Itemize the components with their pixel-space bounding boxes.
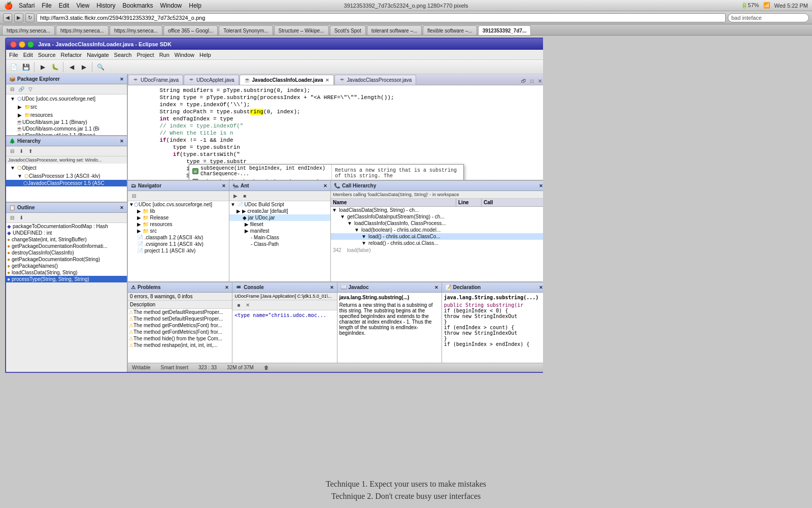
console-stop[interactable]: ■ [234, 301, 243, 309]
forward-button[interactable]: ▶ [14, 13, 23, 22]
menu-file[interactable]: File [42, 2, 51, 9]
outline-item-2[interactable]: ◆UNDEFINED : int [6, 230, 127, 236]
ant-item-jar[interactable]: ◆ jar UDoc.jar [229, 214, 330, 221]
back-button[interactable]: ◀ [3, 13, 12, 22]
nav-item-project[interactable]: 📄 project 1.1 (ASCII -klv) [128, 247, 229, 254]
hierarchy-close[interactable]: ✕ [120, 139, 124, 144]
tb-back[interactable]: ◀ [66, 61, 77, 73]
menu-run[interactable]: Run [159, 52, 170, 58]
tab-3[interactable]: https://my.seneca... [110, 25, 162, 35]
prob-item-4[interactable]: ⚠ The method getFontMetrics(Font) fror..… [128, 329, 232, 335]
outline-item-4[interactable]: ●getPackageDocumentationRootInformati... [6, 243, 127, 249]
ch-item-2[interactable]: ▼ getClassInfoDataInputStream(String) - … [331, 213, 546, 220]
tb-search[interactable]: 🔍 [95, 61, 106, 73]
menu-bookmarks[interactable]: Bookmarks [123, 2, 153, 9]
tab-6[interactable]: Structure – Wikipe... [274, 25, 329, 35]
search-bar[interactable]: bad inteface [728, 13, 809, 22]
reload-button[interactable]: ↻ [25, 13, 35, 22]
tab-2[interactable]: https://my.seneca... [56, 25, 109, 35]
tb-debug[interactable]: 🐛 [49, 61, 60, 73]
hier-btn3[interactable]: ⬆ [26, 147, 35, 155]
menu-refactor[interactable]: Refactor [61, 52, 82, 58]
menu-edit[interactable]: Edit [59, 2, 70, 9]
ant-item-createjar[interactable]: ▶ ▶ createJar [default] [229, 208, 330, 214]
menu-source[interactable]: Source [38, 52, 56, 58]
ch-item-5[interactable]: ▼ load() - chriis.udoc.ui.ClassCo... [331, 233, 546, 240]
menu-view[interactable]: View [76, 2, 89, 9]
minimize-button[interactable] [19, 41, 25, 48]
ant-stop[interactable]: ■ [241, 192, 249, 200]
hier-btn2[interactable]: ⬇ [17, 147, 25, 155]
menu-help[interactable]: Help [199, 52, 211, 58]
tree-item-udoc[interactable]: ▼ ⬡ UDoc [udoc.cvs.sourceforge.net] [6, 94, 127, 103]
nav-item-cvsignore[interactable]: 📄 .cvsignore 1.1 (ASCII -klv) [128, 241, 229, 247]
nav-expand[interactable]: ▼ [129, 202, 134, 207]
tab-4[interactable]: office 365 – Googl... [163, 25, 218, 35]
ch-item-4[interactable]: ▼ load(boolean) - chriis.udoc.model... [331, 227, 546, 233]
apple-menu[interactable]: 🍎 [4, 2, 13, 10]
ch-expand-1[interactable]: ▼ [332, 207, 339, 213]
hier-object[interactable]: ▼ ⬡ Object [6, 164, 127, 172]
res-expand[interactable]: ▶ [16, 111, 23, 118]
tree-item-src[interactable]: ▶ 📁 src [6, 103, 127, 111]
menu-search[interactable]: Search [114, 52, 132, 58]
ch-expand-6[interactable]: ▼ [361, 240, 368, 246]
problems-close[interactable]: ✕ [225, 285, 229, 290]
close-button[interactable] [10, 41, 17, 48]
prob-item-6[interactable]: ⚠ The method reshape(int, int, int, int,… [128, 342, 232, 348]
ant-item-fileset[interactable]: ▶ fileset [229, 221, 330, 228]
tab-udocapplet[interactable]: ☕ UDocApplet.java [184, 75, 239, 85]
ac-item-1[interactable]: m subSequence(int beginIndex, int endInd… [189, 165, 331, 178]
maximize-button[interactable] [27, 41, 34, 48]
tab-9[interactable]: flexible software –... [423, 25, 477, 35]
package-explorer-close[interactable]: ✕ [120, 77, 124, 82]
ant-item-mainclass[interactable]: - Main-Class [229, 234, 330, 241]
nav-item-release[interactable]: ▶ 📁 Release [128, 214, 229, 221]
pe-collapse[interactable]: ⊟ [8, 85, 16, 93]
ac-item-2[interactable]: m substring(int beginIndex) String - Str… [189, 178, 331, 180]
menu-safari[interactable]: Safari [19, 2, 35, 9]
tree-item-asm[interactable]: ☕ UDoc/lib/asm.jar 1.1 (Binary) [6, 119, 127, 125]
tree-item-resources[interactable]: ▶ 📁 resources [6, 111, 127, 119]
tab-7[interactable]: Scott's Spot [330, 25, 366, 35]
tab-10[interactable]: 3912353392_7d7... [478, 25, 531, 35]
editor-min[interactable]: 🗗 [520, 77, 528, 85]
out-btn1[interactable]: ⊟ [8, 214, 16, 222]
menu-help[interactable]: Help [189, 2, 201, 9]
ch-expand-2[interactable]: ▼ [340, 214, 347, 219]
tb-run[interactable]: ▶ [37, 61, 48, 73]
outline-item-9[interactable]: ●processType(String, String, String) [6, 276, 127, 282]
tab-5[interactable]: Tolerant Synonym... [219, 25, 273, 35]
javadoc-close[interactable]: ✕ [434, 285, 438, 290]
outline-item-6[interactable]: ●getPackageDocumentationRoot(String) [6, 256, 127, 263]
menu-project[interactable]: Project [137, 52, 154, 58]
declaration-close[interactable]: ✕ [539, 285, 543, 290]
tab-javadocclassinfoloader[interactable]: ☕ JavadocClassInfoLoader.java ✕ [240, 75, 334, 85]
tb-save[interactable]: 💾 [20, 61, 31, 73]
hier-expand1[interactable]: ▼ [9, 164, 16, 171]
prob-item-3[interactable]: ⚠ The method getFontMetrics(Font) fror..… [128, 322, 232, 329]
address-bar[interactable]: http://farm3.static.flickr.com/2594/3912… [37, 13, 726, 22]
hier-javadocclassprocessor[interactable]: ⬡ JavadocClassProcessor 1.5 (ASC [6, 180, 127, 186]
tb-new[interactable]: 📄 [8, 61, 19, 73]
menu-edit[interactable]: Edit [23, 52, 33, 58]
tab-javadocclassprocessor[interactable]: ☕ JavadocClassProcessor.java [334, 75, 417, 85]
menu-window[interactable]: Window [175, 52, 194, 58]
ant-item-script[interactable]: ▼ 📄 UDoc Build Script [229, 201, 330, 208]
nav-btn[interactable]: ⊟ [130, 192, 138, 200]
hier-classprocessor[interactable]: ▼ ⬡ ClassProcessor 1.3 (ASCII -klv) [6, 172, 127, 180]
prob-item-1[interactable]: ⚠ The method getDefaultRequestProper... [128, 309, 232, 315]
pe-link[interactable]: 🔗 [17, 85, 25, 93]
outline-item-7[interactable]: ●getPackageNames() [6, 263, 127, 269]
ch-expand-5[interactable]: ▼ [361, 234, 368, 239]
menu-history[interactable]: History [96, 2, 115, 9]
javadocloader-tab-close[interactable]: ✕ [325, 78, 329, 83]
console-close[interactable]: ✕ [330, 285, 334, 290]
ch-expand-3[interactable]: ▼ [347, 220, 354, 226]
tab-8[interactable]: tolerant software –... [367, 25, 422, 35]
outline-item-3[interactable]: ●changeState(int, int, StringBuffer) [6, 236, 127, 243]
hier-btn1[interactable]: ⊟ [8, 147, 16, 155]
code-editor[interactable]: String modifiers = pType.substring(0, in… [128, 85, 546, 180]
src-expand[interactable]: ▶ [16, 103, 23, 110]
ant-item-classpath[interactable]: - Class-Path [229, 241, 330, 247]
